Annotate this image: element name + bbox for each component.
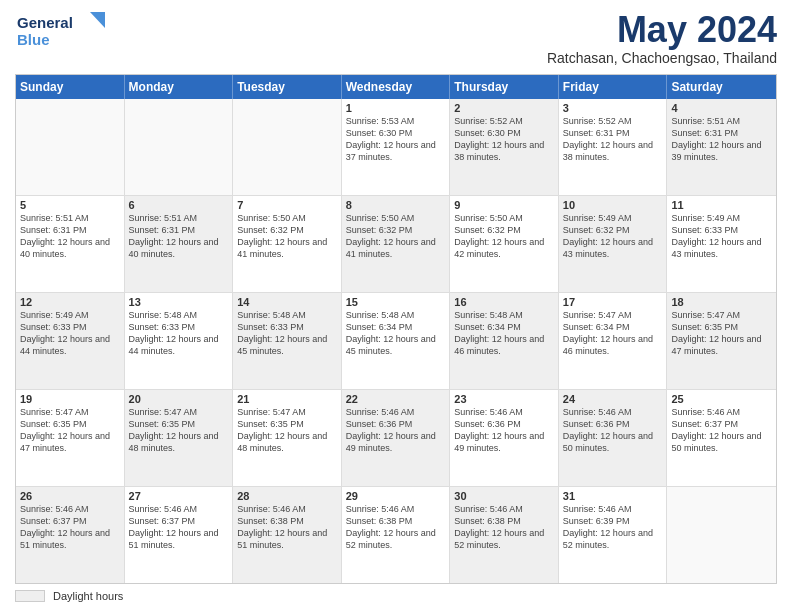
calendar-cell: 15Sunrise: 5:48 AM Sunset: 6:34 PM Dayli…: [342, 293, 451, 389]
calendar-cell: 31Sunrise: 5:46 AM Sunset: 6:39 PM Dayli…: [559, 487, 668, 583]
calendar-cell: 27Sunrise: 5:46 AM Sunset: 6:37 PM Dayli…: [125, 487, 234, 583]
logo-svg: General Blue: [15, 10, 105, 50]
cell-info: Sunrise: 5:46 AM Sunset: 6:36 PM Dayligh…: [454, 406, 554, 455]
calendar-row: 19Sunrise: 5:47 AM Sunset: 6:35 PM Dayli…: [16, 390, 776, 487]
calendar-cell: 9Sunrise: 5:50 AM Sunset: 6:32 PM Daylig…: [450, 196, 559, 292]
subtitle: Ratchasan, Chachoengsao, Thailand: [547, 50, 777, 66]
day-number: 7: [237, 199, 337, 211]
cell-info: Sunrise: 5:48 AM Sunset: 6:34 PM Dayligh…: [454, 309, 554, 358]
day-of-week-header: Tuesday: [233, 75, 342, 99]
calendar-cell: 3Sunrise: 5:52 AM Sunset: 6:31 PM Daylig…: [559, 99, 668, 195]
calendar-row: 26Sunrise: 5:46 AM Sunset: 6:37 PM Dayli…: [16, 487, 776, 583]
calendar-cell: 12Sunrise: 5:49 AM Sunset: 6:33 PM Dayli…: [16, 293, 125, 389]
calendar-cell: 1Sunrise: 5:53 AM Sunset: 6:30 PM Daylig…: [342, 99, 451, 195]
calendar-cell: 18Sunrise: 5:47 AM Sunset: 6:35 PM Dayli…: [667, 293, 776, 389]
cell-info: Sunrise: 5:51 AM Sunset: 6:31 PM Dayligh…: [671, 115, 772, 164]
cell-info: Sunrise: 5:46 AM Sunset: 6:38 PM Dayligh…: [237, 503, 337, 552]
calendar-header-row: SundayMondayTuesdayWednesdayThursdayFrid…: [16, 75, 776, 99]
cell-info: Sunrise: 5:48 AM Sunset: 6:34 PM Dayligh…: [346, 309, 446, 358]
calendar-row: 12Sunrise: 5:49 AM Sunset: 6:33 PM Dayli…: [16, 293, 776, 390]
cell-info: Sunrise: 5:46 AM Sunset: 6:39 PM Dayligh…: [563, 503, 663, 552]
day-of-week-header: Wednesday: [342, 75, 451, 99]
calendar-cell: 29Sunrise: 5:46 AM Sunset: 6:38 PM Dayli…: [342, 487, 451, 583]
cell-info: Sunrise: 5:46 AM Sunset: 6:36 PM Dayligh…: [346, 406, 446, 455]
day-number: 9: [454, 199, 554, 211]
day-number: 28: [237, 490, 337, 502]
day-number: 18: [671, 296, 772, 308]
calendar-cell: 10Sunrise: 5:49 AM Sunset: 6:32 PM Dayli…: [559, 196, 668, 292]
main-title: May 2024: [547, 10, 777, 50]
day-number: 19: [20, 393, 120, 405]
day-number: 3: [563, 102, 663, 114]
calendar-cell: [125, 99, 234, 195]
calendar-cell: 25Sunrise: 5:46 AM Sunset: 6:37 PM Dayli…: [667, 390, 776, 486]
calendar-cell: 26Sunrise: 5:46 AM Sunset: 6:37 PM Dayli…: [16, 487, 125, 583]
cell-info: Sunrise: 5:47 AM Sunset: 6:35 PM Dayligh…: [671, 309, 772, 358]
calendar-cell: 13Sunrise: 5:48 AM Sunset: 6:33 PM Dayli…: [125, 293, 234, 389]
calendar-cell: 19Sunrise: 5:47 AM Sunset: 6:35 PM Dayli…: [16, 390, 125, 486]
cell-info: Sunrise: 5:46 AM Sunset: 6:38 PM Dayligh…: [346, 503, 446, 552]
day-number: 1: [346, 102, 446, 114]
cell-info: Sunrise: 5:47 AM Sunset: 6:35 PM Dayligh…: [237, 406, 337, 455]
day-of-week-header: Thursday: [450, 75, 559, 99]
calendar-cell: [233, 99, 342, 195]
calendar-row: 5Sunrise: 5:51 AM Sunset: 6:31 PM Daylig…: [16, 196, 776, 293]
cell-info: Sunrise: 5:47 AM Sunset: 6:35 PM Dayligh…: [20, 406, 120, 455]
day-number: 15: [346, 296, 446, 308]
day-number: 13: [129, 296, 229, 308]
day-number: 24: [563, 393, 663, 405]
day-number: 17: [563, 296, 663, 308]
cell-info: Sunrise: 5:50 AM Sunset: 6:32 PM Dayligh…: [346, 212, 446, 261]
day-number: 27: [129, 490, 229, 502]
day-number: 6: [129, 199, 229, 211]
calendar-body: 1Sunrise: 5:53 AM Sunset: 6:30 PM Daylig…: [16, 99, 776, 583]
day-number: 20: [129, 393, 229, 405]
calendar-cell: 23Sunrise: 5:46 AM Sunset: 6:36 PM Dayli…: [450, 390, 559, 486]
calendar-cell: 6Sunrise: 5:51 AM Sunset: 6:31 PM Daylig…: [125, 196, 234, 292]
cell-info: Sunrise: 5:52 AM Sunset: 6:30 PM Dayligh…: [454, 115, 554, 164]
cell-info: Sunrise: 5:46 AM Sunset: 6:36 PM Dayligh…: [563, 406, 663, 455]
header: General Blue May 2024 Ratchasan, Chachoe…: [15, 10, 777, 66]
day-of-week-header: Saturday: [667, 75, 776, 99]
day-number: 11: [671, 199, 772, 211]
calendar-cell: 22Sunrise: 5:46 AM Sunset: 6:36 PM Dayli…: [342, 390, 451, 486]
svg-text:General: General: [17, 14, 73, 31]
cell-info: Sunrise: 5:49 AM Sunset: 6:32 PM Dayligh…: [563, 212, 663, 261]
day-number: 21: [237, 393, 337, 405]
svg-text:Blue: Blue: [17, 31, 50, 48]
cell-info: Sunrise: 5:47 AM Sunset: 6:35 PM Dayligh…: [129, 406, 229, 455]
day-number: 26: [20, 490, 120, 502]
calendar-cell: 17Sunrise: 5:47 AM Sunset: 6:34 PM Dayli…: [559, 293, 668, 389]
day-number: 25: [671, 393, 772, 405]
calendar: SundayMondayTuesdayWednesdayThursdayFrid…: [15, 74, 777, 584]
day-number: 31: [563, 490, 663, 502]
day-number: 22: [346, 393, 446, 405]
day-of-week-header: Sunday: [16, 75, 125, 99]
cell-info: Sunrise: 5:46 AM Sunset: 6:37 PM Dayligh…: [20, 503, 120, 552]
calendar-cell: 28Sunrise: 5:46 AM Sunset: 6:38 PM Dayli…: [233, 487, 342, 583]
calendar-cell: 16Sunrise: 5:48 AM Sunset: 6:34 PM Dayli…: [450, 293, 559, 389]
logo: General Blue: [15, 10, 105, 50]
day-number: 8: [346, 199, 446, 211]
cell-info: Sunrise: 5:48 AM Sunset: 6:33 PM Dayligh…: [129, 309, 229, 358]
calendar-cell: [667, 487, 776, 583]
calendar-cell: 2Sunrise: 5:52 AM Sunset: 6:30 PM Daylig…: [450, 99, 559, 195]
day-number: 23: [454, 393, 554, 405]
calendar-cell: 21Sunrise: 5:47 AM Sunset: 6:35 PM Dayli…: [233, 390, 342, 486]
footer-label: Daylight hours: [53, 590, 123, 602]
svg-marker-2: [90, 12, 105, 28]
title-block: May 2024 Ratchasan, Chachoengsao, Thaila…: [547, 10, 777, 66]
cell-info: Sunrise: 5:53 AM Sunset: 6:30 PM Dayligh…: [346, 115, 446, 164]
cell-info: Sunrise: 5:51 AM Sunset: 6:31 PM Dayligh…: [129, 212, 229, 261]
day-number: 4: [671, 102, 772, 114]
calendar-cell: 30Sunrise: 5:46 AM Sunset: 6:38 PM Dayli…: [450, 487, 559, 583]
cell-info: Sunrise: 5:49 AM Sunset: 6:33 PM Dayligh…: [20, 309, 120, 358]
page: General Blue May 2024 Ratchasan, Chachoe…: [0, 0, 792, 612]
day-number: 2: [454, 102, 554, 114]
cell-info: Sunrise: 5:46 AM Sunset: 6:37 PM Dayligh…: [671, 406, 772, 455]
cell-info: Sunrise: 5:52 AM Sunset: 6:31 PM Dayligh…: [563, 115, 663, 164]
calendar-cell: 7Sunrise: 5:50 AM Sunset: 6:32 PM Daylig…: [233, 196, 342, 292]
calendar-cell: 4Sunrise: 5:51 AM Sunset: 6:31 PM Daylig…: [667, 99, 776, 195]
day-number: 14: [237, 296, 337, 308]
calendar-row: 1Sunrise: 5:53 AM Sunset: 6:30 PM Daylig…: [16, 99, 776, 196]
